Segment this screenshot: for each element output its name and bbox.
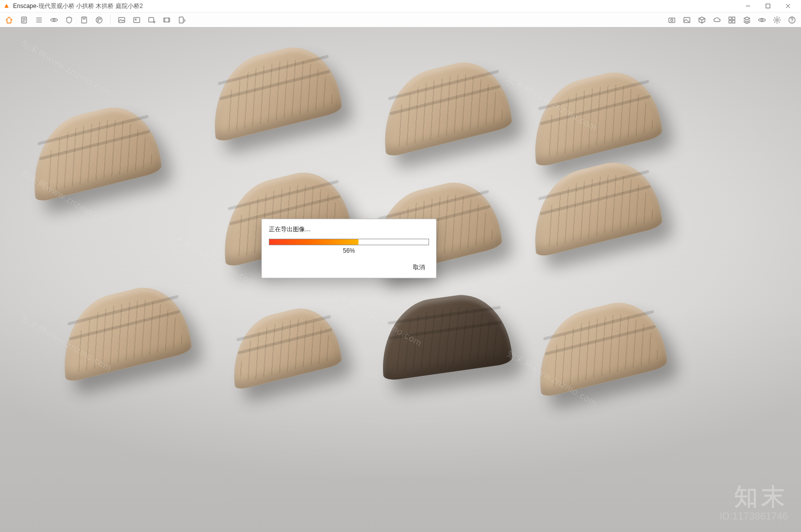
- window-titlebar: Enscape - 现代景观小桥 小拱桥 木拱桥 庭院小桥2: [0, 0, 801, 13]
- image-b-icon[interactable]: [132, 15, 142, 25]
- svg-point-2: [53, 19, 55, 21]
- svg-point-21: [761, 19, 763, 21]
- export-icon[interactable]: [177, 15, 187, 25]
- progress-bar-fill: [269, 239, 358, 245]
- toolbar-separator: [110, 16, 111, 25]
- app-name: Enscape: [13, 3, 37, 10]
- render-viewport[interactable]: 知末网www.znzmo.com 知末网www.znzmo.com 知末网www…: [0, 27, 801, 532]
- app-logo-icon: [3, 3, 10, 10]
- main-toolbar: [0, 13, 801, 28]
- layers-icon[interactable]: [742, 15, 752, 25]
- capture-icon[interactable]: [667, 15, 677, 25]
- dialog-title: 正在导出图像…: [269, 225, 429, 234]
- palette-icon[interactable]: [94, 15, 104, 25]
- image-plus-icon[interactable]: [147, 15, 157, 25]
- list-icon[interactable]: [34, 15, 44, 25]
- svg-point-6: [100, 19, 101, 20]
- svg-point-15: [671, 19, 673, 21]
- svg-point-5: [98, 19, 99, 20]
- grid-icon[interactable]: [727, 15, 737, 25]
- svg-rect-14: [669, 18, 675, 23]
- svg-point-10: [135, 19, 136, 20]
- home-icon[interactable]: [4, 15, 14, 25]
- svg-rect-11: [149, 18, 154, 22]
- settings-icon[interactable]: [772, 15, 782, 25]
- svg-rect-17: [729, 17, 731, 20]
- document-title: 现代景观小桥 小拱桥 木拱桥 庭院小桥2: [39, 2, 143, 11]
- shield-icon[interactable]: [64, 15, 74, 25]
- cloud-icon[interactable]: [712, 15, 722, 25]
- eye-icon[interactable]: [49, 15, 59, 25]
- help-icon[interactable]: [787, 15, 797, 25]
- svg-point-22: [776, 19, 778, 22]
- svg-rect-8: [119, 18, 125, 23]
- svg-rect-9: [134, 18, 140, 23]
- window-minimize-button[interactable]: [738, 0, 758, 12]
- svg-rect-13: [179, 17, 183, 23]
- svg-rect-0: [766, 4, 770, 8]
- save-icon[interactable]: [79, 15, 89, 25]
- svg-point-7: [98, 21, 99, 22]
- cancel-button[interactable]: 取消: [409, 261, 429, 274]
- window-maximize-button[interactable]: [758, 0, 778, 12]
- svg-point-4: [96, 17, 102, 23]
- svg-rect-19: [729, 21, 731, 23]
- window-close-button[interactable]: [778, 0, 798, 12]
- svg-rect-20: [732, 21, 735, 23]
- film-icon[interactable]: [162, 15, 172, 25]
- page-icon[interactable]: [19, 15, 29, 25]
- export-progress-dialog: 正在导出图像… 56% 取消: [261, 219, 437, 278]
- image-a-icon[interactable]: [117, 15, 127, 25]
- progress-percent-label: 56%: [269, 247, 429, 254]
- svg-rect-3: [82, 17, 87, 23]
- cube-icon[interactable]: [697, 15, 707, 25]
- visibility-icon[interactable]: [757, 15, 767, 25]
- svg-rect-18: [732, 17, 735, 20]
- progress-bar: [269, 239, 429, 245]
- image-icon[interactable]: [682, 15, 692, 25]
